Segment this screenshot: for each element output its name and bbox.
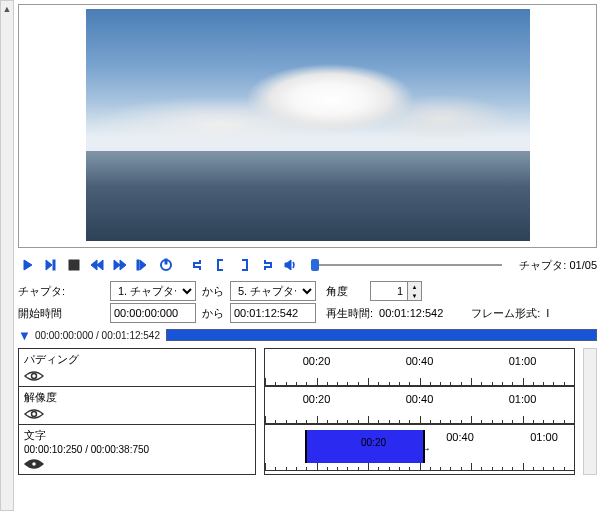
volume-button[interactable] <box>280 255 300 275</box>
angle-up[interactable]: ▲ <box>408 282 421 291</box>
timeline-row[interactable]: 00:2000:4001:00 <box>265 387 574 425</box>
svg-rect-1 <box>69 260 79 270</box>
svg-rect-2 <box>137 260 139 270</box>
frame-format-value: I <box>546 307 549 319</box>
chapter-from-select[interactable]: 1. チャプター 1 <box>110 281 196 301</box>
scroll-up-icon[interactable]: ▲ <box>3 5 12 14</box>
bracket-open-button[interactable] <box>211 255 231 275</box>
resize-cursor-icon: ↔ <box>421 443 431 454</box>
visibility-icon[interactable] <box>24 408 46 422</box>
angle-spinner[interactable]: ▲▼ <box>370 281 422 301</box>
svg-rect-4 <box>165 259 167 264</box>
svg-point-6 <box>32 412 37 417</box>
mark-out-button[interactable] <box>257 255 277 275</box>
preview-container <box>18 4 597 248</box>
angle-label: 角度 <box>326 284 348 299</box>
step-button[interactable] <box>133 255 153 275</box>
timeline-marker-icon: ▼ <box>18 328 31 343</box>
mark-in-button[interactable] <box>188 255 208 275</box>
rewind-button[interactable] <box>87 255 107 275</box>
layer-padding[interactable]: パディング <box>19 349 255 387</box>
timeline-position-label: 00:00:00:000 / 00:01:12:542 <box>35 330 160 341</box>
play-button[interactable] <box>18 255 38 275</box>
stop-button[interactable] <box>64 255 84 275</box>
start-time-label: 開始時間 <box>18 306 106 321</box>
slider-thumb[interactable] <box>311 259 319 271</box>
visibility-icon[interactable] <box>24 458 46 472</box>
from-label: から <box>202 284 224 299</box>
layer-text-range: 00:00:10:250 / 00:00:38:750 <box>24 444 250 455</box>
layer-resolution[interactable]: 解像度 <box>19 387 255 425</box>
timeline-row[interactable]: 00:2000:4001:00 <box>265 349 574 387</box>
end-timecode-input[interactable] <box>230 303 316 323</box>
layer-text[interactable]: 文字 00:00:10:250 / 00:00:38:750 <box>19 425 255 474</box>
bracket-close-button[interactable] <box>234 255 254 275</box>
next-button[interactable] <box>41 255 61 275</box>
svg-point-7 <box>32 462 37 467</box>
left-scrollbar[interactable]: ▲ <box>0 0 14 511</box>
timeline-tracks: 00:2000:4001:00 00:2000:4001:00 00:20 ↔ … <box>264 348 575 475</box>
playtime-value: 00:01:12:542 <box>379 307 443 319</box>
timeline-row[interactable]: 00:20 ↔ 00:4001:00 <box>265 425 574 471</box>
timeline-progress[interactable] <box>166 329 597 341</box>
angle-input[interactable] <box>371 282 407 300</box>
svg-point-5 <box>32 374 37 379</box>
angle-down[interactable]: ▼ <box>408 291 421 300</box>
layer-panel: パディング 解像度 文字 00:00:10:250 / 00:00:38:750 <box>18 348 256 475</box>
right-scrollbar[interactable] <box>583 348 597 475</box>
frame-format-label: フレーム形式: <box>471 306 540 321</box>
from-label-2: から <box>202 306 224 321</box>
playtime-label: 再生時間: <box>326 306 373 321</box>
visibility-icon[interactable] <box>24 370 46 384</box>
loop-button[interactable] <box>156 255 176 275</box>
chapter-count-label: チャプタ: 01/05 <box>519 258 597 273</box>
forward-button[interactable] <box>110 255 130 275</box>
start-timecode-input[interactable] <box>110 303 196 323</box>
video-preview <box>86 9 530 241</box>
svg-rect-0 <box>53 260 55 270</box>
position-slider[interactable] <box>311 264 502 266</box>
chapter-to-select[interactable]: 5. チャプター 5 <box>230 281 316 301</box>
chapter-label: チャプタ: <box>18 284 106 299</box>
clip-time-label: 00:20 <box>361 437 386 448</box>
